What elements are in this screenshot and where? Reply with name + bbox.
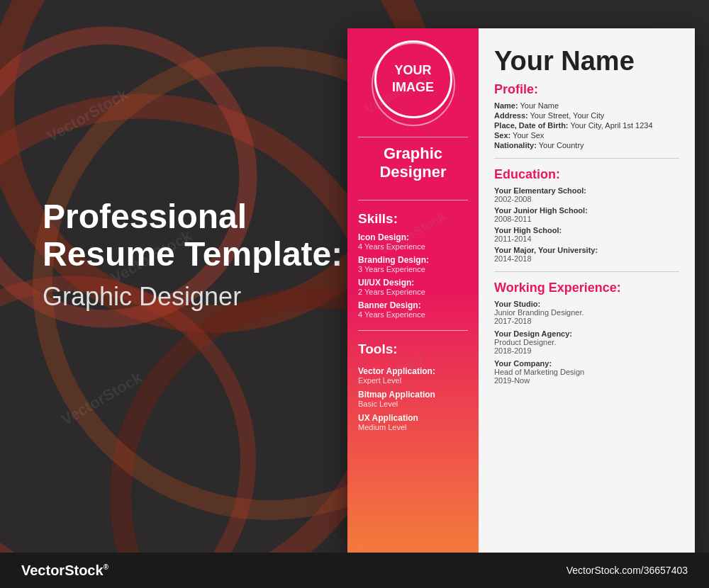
edu-year-2: 2011-2014 <box>494 234 679 243</box>
skill-exp-2: 2 Years Experience <box>358 288 425 296</box>
profile-address-value: Your Street, Your City <box>530 111 605 120</box>
tool-bitmap: Bitmap Application Basic Level <box>358 390 468 408</box>
title-line2: Resume Template: <box>43 235 342 273</box>
work-year-1: 2018-2019 <box>494 346 679 355</box>
job-title-line2: Designer <box>379 163 446 181</box>
left-title: Professional Resume Template: <box>43 198 342 273</box>
profile-dob-value: Your City, April 1st 1234 <box>570 121 652 130</box>
skill-name-3: Banner Design: <box>358 300 425 310</box>
skill-uiux-design: UI/UX Design: 2 Years Experience <box>358 278 425 296</box>
profile-name-value: Your Name <box>520 101 559 110</box>
resume-right-column: VectorStock VectorStock VectorStock Your… <box>479 28 695 556</box>
work-company-2: Your Company: <box>494 359 679 368</box>
profile-dob: Place, Date of Birth: Your City, April 1… <box>494 121 679 130</box>
profile-sex-value: Your Sex <box>513 131 544 140</box>
profile-heading: Profile: <box>494 82 679 97</box>
tools-heading: Tools: <box>358 341 398 357</box>
work-year-2: 2019-Now <box>494 376 679 385</box>
title-line1: Professional <box>43 198 247 235</box>
skill-name-0: Icon Design: <box>358 232 425 242</box>
tool-vector: Vector Application: Expert Level <box>358 366 468 385</box>
resume-left-column: YOUR IMAGE Graphic Designer Skills: Icon… <box>347 28 479 556</box>
profile-nationality: Nationality: Your Country <box>494 141 679 149</box>
work-role-1: Product Designer. <box>494 338 679 346</box>
skill-exp-1: 3 Years Experience <box>358 265 429 273</box>
work-role-2: Head of Marketing Design <box>494 368 679 376</box>
edu-school-0: Your Elementary School: <box>494 186 679 195</box>
skill-branding-design: Branding Design: 3 Years Experience <box>358 255 429 273</box>
divider-after-skills <box>358 330 468 331</box>
edu-year-1: 2008-2011 <box>494 215 679 223</box>
tool-ux: UX Application Medium Level <box>358 413 468 431</box>
edu-university: Your Major, Your University: 2014-2018 <box>494 246 679 263</box>
work-heading: Working Experience: <box>494 281 679 295</box>
job-title: Graphic Designer <box>379 145 446 182</box>
work-agency: Your Design Agency: Product Designer. 20… <box>494 329 679 355</box>
tool-level-0: Expert Level <box>358 376 468 385</box>
tool-name-2: UX Application <box>358 413 468 423</box>
work-studio: Your Studio: Junior Branding Designer. 2… <box>494 300 679 325</box>
skill-banner-design: Banner Design: 4 Years Experience <box>358 300 425 319</box>
edu-year-0: 2002-2008 <box>494 195 679 203</box>
resume-card: YOUR IMAGE Graphic Designer Skills: Icon… <box>347 28 695 556</box>
photo-circle: YOUR IMAGE <box>374 40 452 118</box>
edu-school-2: Your High School: <box>494 226 679 234</box>
tools-section: Vector Application: Expert Level Bitmap … <box>358 366 468 436</box>
skill-exp-3: 4 Years Experience <box>358 310 425 319</box>
work-company-0: Your Studio: <box>494 300 679 308</box>
footer-bar: VectorStock® VectorStock.com/36657403 <box>0 553 709 588</box>
tool-level-1: Basic Level <box>358 400 468 408</box>
divider-after-title <box>358 200 468 200</box>
skill-exp-0: 4 Years Experience <box>358 242 425 251</box>
skill-name-2: UI/UX Design: <box>358 278 425 288</box>
profile-address: Address: Your Street, Your City <box>494 111 679 120</box>
skill-icon-design: Icon Design: 4 Years Experience <box>358 232 425 251</box>
photo-circle-outer: YOUR IMAGE <box>372 43 455 126</box>
image-placeholder-text: YOUR IMAGE <box>376 62 450 96</box>
footer-url: VectorStock.com/36657403 <box>566 565 688 576</box>
footer-logo-text: VectorStock® <box>21 562 108 578</box>
skill-name-1: Branding Design: <box>358 255 429 265</box>
candidate-name: Your Name <box>494 46 679 77</box>
footer-logo: VectorStock® <box>21 562 108 579</box>
work-company-1: Your Design Agency: <box>494 329 679 338</box>
work-year-0: 2017-2018 <box>494 317 679 325</box>
work-role-0: Junior Branding Designer. <box>494 308 679 317</box>
job-title-line1: Graphic <box>384 145 442 162</box>
skills-heading: Skills: <box>358 211 398 227</box>
profile-nationality-value: Your Country <box>539 141 584 149</box>
profile-sex: Sex: Your Sex <box>494 131 679 140</box>
divider-profile-education <box>494 158 679 159</box>
edu-elementary: Your Elementary School: 2002-2008 <box>494 186 679 203</box>
footer-registered: ® <box>104 563 108 571</box>
edu-high-school: Your High School: 2011-2014 <box>494 226 679 243</box>
edu-junior-high: Your Junior High School: 2008-2011 <box>494 206 679 223</box>
divider-education-work <box>494 271 679 272</box>
profile-name: Name: Your Name <box>494 101 679 110</box>
education-heading: Education: <box>494 167 679 182</box>
divider-after-photo <box>358 137 468 137</box>
tool-name-1: Bitmap Application <box>358 390 468 400</box>
work-company: Your Company: Head of Marketing Design 2… <box>494 359 679 385</box>
edu-year-3: 2014-2018 <box>494 254 679 263</box>
edu-school-1: Your Junior High School: <box>494 206 679 215</box>
tool-name-0: Vector Application: <box>358 366 468 376</box>
left-content: Professional Resume Template: Graphic De… <box>43 198 342 312</box>
edu-school-3: Your Major, Your University: <box>494 246 679 254</box>
tool-level-2: Medium Level <box>358 423 468 431</box>
left-subtitle: Graphic Designer <box>43 282 342 312</box>
